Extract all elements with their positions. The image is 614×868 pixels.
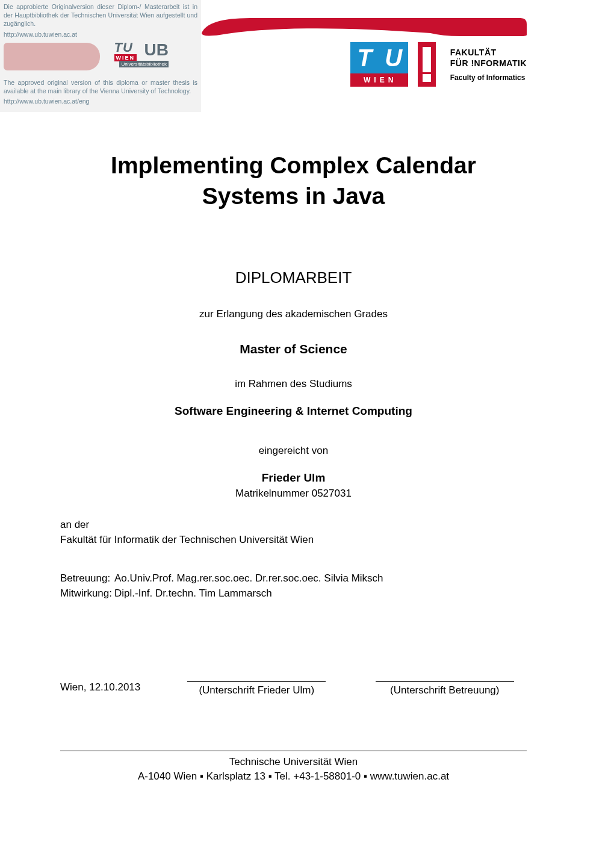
faculty-de-line1: FAKULTÄT xyxy=(450,47,527,58)
place-date: Wien, 12.10.2013 xyxy=(60,681,175,696)
notice-german-text: Die approbierte Originalversion dieser D… xyxy=(4,2,197,28)
faculty-text-block: FAKULTÄT FÜR !NFORMATIK Faculty of Infor… xyxy=(445,42,527,87)
page-footer: Technische Universität Wien A-1040 Wien … xyxy=(60,751,527,784)
signature-supervisor-label: (Unterschrift Betreuung) xyxy=(363,684,527,696)
degree-name: Master of Science xyxy=(60,342,527,356)
signature-author-block: (Unterschrift Frieder Ulm) xyxy=(175,681,339,696)
study-program: Software Engineering & Internet Computin… xyxy=(60,405,527,418)
logo-letter-t: T xyxy=(350,42,379,73)
matriculation-number: Matrikelnummer 0527031 xyxy=(60,488,527,500)
ub-sublabel: Universitätsbibliothek xyxy=(119,61,169,67)
footer-institution: Technische Universität Wien xyxy=(60,755,527,769)
signature-row: Wien, 12.10.2013 (Unterschrift Frieder U… xyxy=(60,681,527,696)
signature-author-label: (Unterschrift Frieder Ulm) xyxy=(175,684,339,696)
assistant-name: Dipl.-Inf. Dr.techn. Tim Lammarsch xyxy=(114,586,272,601)
logo-letter-u: U xyxy=(379,42,408,73)
tu-text-small: TU xyxy=(114,42,143,54)
ub-logo-block: TU WIEN UB Universitätsbibliothek xyxy=(4,42,197,75)
supervisor-name: Ao.Univ.Prof. Mag.rer.soc.oec. Dr.rer.so… xyxy=(114,571,383,586)
ub-text: UB xyxy=(144,42,169,58)
faculty-en: Faculty of Informatics xyxy=(450,73,527,82)
library-notice-box: Die approbierte Originalversion dieser D… xyxy=(0,0,201,112)
footer-address: A-1040 Wien ▪ Karlsplatz 13 ▪ Tel. +43-1… xyxy=(60,769,527,784)
tu-wien-logo: T U WIEN xyxy=(350,42,408,87)
exclamation-icon xyxy=(418,42,436,87)
thesis-title: Implementing Complex Calendar Systems in… xyxy=(60,150,527,211)
document-type: DIPLOMARBEIT xyxy=(60,268,527,287)
context-line: im Rahmen des Studiums xyxy=(60,378,527,390)
author-name: Frieder Ulm xyxy=(60,471,527,485)
library-link-en[interactable]: http://www.ub.tuwien.ac.at/eng xyxy=(4,98,197,105)
logo-wien-bar: WIEN xyxy=(350,73,408,87)
faculty-de-line2: FÜR !NFORMATIK xyxy=(450,58,527,69)
purpose-line: zur Erlangung des akademischen Grades xyxy=(60,308,527,320)
supervision-label: Betreuung: xyxy=(60,571,114,586)
affiliation-intro: an der xyxy=(60,518,527,533)
signature-line-supervisor xyxy=(376,681,514,682)
library-link-de[interactable]: http://www.ub.tuwien.ac.at xyxy=(4,31,197,38)
footer-rule xyxy=(60,751,527,751)
assistance-label: Mitwirkung: xyxy=(60,586,114,601)
title-page-content: Implementing Complex Calendar Systems in… xyxy=(60,144,527,500)
submitted-by-label: eingereicht von xyxy=(60,445,527,457)
affiliation-line: Fakultät für Informatik der Technischen … xyxy=(60,533,527,548)
pink-shape-decoration xyxy=(4,43,100,70)
header-logo-block: T U WIEN FAKULTÄT FÜR !NFORMATIK Faculty… xyxy=(350,42,527,87)
affiliation-supervision-block: an der Fakultät für Informatik der Techn… xyxy=(60,518,527,601)
signature-supervisor-block: (Unterschrift Betreuung) xyxy=(363,681,527,696)
signature-line-author xyxy=(187,681,326,682)
red-swoosh-decoration xyxy=(202,12,527,36)
notice-english-text: The approved original version of this di… xyxy=(4,78,197,95)
